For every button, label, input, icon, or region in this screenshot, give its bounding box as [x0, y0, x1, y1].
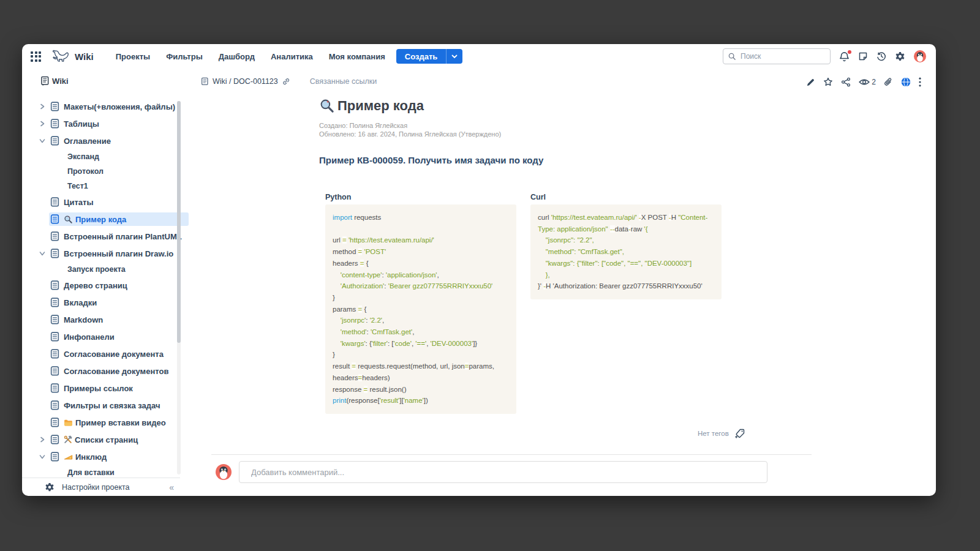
sidebar-item[interactable]: Макеты(+вложения, файлы)	[22, 98, 189, 115]
favorite-star-icon[interactable]	[823, 77, 833, 87]
chevron-down-icon[interactable]	[38, 138, 47, 144]
sidebar-item[interactable]: Тест1	[22, 179, 189, 193]
sidebar-item[interactable]: Примеры ссылок	[22, 380, 189, 397]
sidebar-item-label: Примеры ссылок	[64, 384, 133, 393]
comment-row	[216, 461, 767, 483]
sidebar-item[interactable]: Оглавление	[22, 132, 189, 149]
sidebar-item-label: Фильтры и связка задач	[64, 401, 160, 410]
attachment-icon[interactable]	[884, 78, 893, 87]
code-block-python[interactable]: import requests url = 'https://test.evat…	[325, 204, 516, 414]
sidebar-item-label: Оглавление	[64, 137, 111, 146]
sidebar-item[interactable]: Таблицы	[22, 115, 189, 132]
document-icon	[50, 418, 59, 427]
collapse-sidebar-button[interactable]: «	[169, 482, 174, 492]
page-meta: Создано: Полина Яглейская Обновлено: 16 …	[319, 121, 501, 138]
created-line: Создано: Полина Яглейская	[319, 121, 501, 130]
document-icon	[50, 197, 59, 207]
sidebar-item[interactable]: Протокол	[22, 164, 189, 179]
settings-icon[interactable]	[895, 51, 905, 62]
history-icon[interactable]	[876, 51, 886, 61]
page-actions: 2	[806, 77, 921, 87]
nav-item-4[interactable]: Моя компания	[329, 52, 385, 61]
link-icon[interactable]	[282, 77, 290, 86]
sidebar-item-label: Таблицы	[64, 119, 99, 129]
app-window: Wiki ПроектыФильтрыДашбордАналитикаМоя к…	[22, 44, 936, 496]
share-icon[interactable]	[841, 77, 851, 87]
sidebar-item-label: Встроенный плагин Draw.io	[64, 249, 173, 258]
sidebar-item[interactable]: Для вставки	[22, 465, 189, 478]
chevron-down-icon[interactable]	[38, 454, 47, 460]
notifications-icon[interactable]	[839, 51, 850, 62]
sidebar-item[interactable]: Пример вставки видео	[22, 414, 189, 431]
related-links-tab[interactable]: Связанные ссылки	[310, 77, 377, 86]
user-avatar[interactable]	[914, 50, 926, 62]
document-icon	[50, 214, 59, 224]
create-dropdown-button[interactable]	[446, 49, 462, 64]
sidebar-item-label: Пример кода	[75, 215, 126, 224]
project-settings-gear-icon[interactable]	[45, 482, 55, 492]
sidebar-item[interactable]: Запуск проекта	[22, 262, 189, 277]
page-tree: Макеты(+вложения, файлы)ТаблицыОглавлени…	[22, 98, 189, 478]
chevron-down-icon[interactable]	[38, 250, 47, 257]
public-globe-icon[interactable]	[901, 77, 911, 87]
scrollbar-thumb[interactable]	[177, 101, 181, 343]
edit-icon[interactable]	[806, 78, 815, 87]
code-label-curl: Curl	[530, 193, 546, 201]
chevron-right-icon[interactable]	[38, 437, 47, 443]
updated-line: Обновлено: 16 авг. 2024, Полина Яглейска…	[319, 130, 501, 138]
project-settings-label[interactable]: Настройки проекта	[62, 483, 130, 492]
sidebar-item[interactable]: Инфопанели	[22, 328, 189, 345]
nav-item-0[interactable]: Проекты	[116, 52, 150, 61]
sidebar-header-label: Wiki	[52, 77, 69, 86]
sidebar-item-label: Списки страниц	[75, 435, 138, 444]
sidebar-item[interactable]: Встроенный плагин Draw.io	[22, 245, 189, 262]
sidebar-header[interactable]: Wiki	[22, 69, 189, 88]
comment-input[interactable]	[239, 461, 767, 483]
nav-item-2[interactable]: Дашборд	[219, 52, 255, 61]
sidebar-item-label: Тест1	[67, 182, 88, 190]
main-content: Wiki / DOC-001123 Связанные ссылки	[189, 69, 936, 496]
sidebar-item[interactable]: Вкладки	[22, 294, 189, 311]
sidebar-item[interactable]: Пример кода	[22, 211, 189, 228]
add-tag-icon[interactable]	[734, 429, 745, 438]
create-button[interactable]: Создать	[396, 49, 462, 64]
document-icon	[50, 400, 59, 410]
wedge-icon	[64, 453, 73, 460]
sidebar-item[interactable]: Цитаты	[22, 193, 189, 211]
sidebar-item[interactable]: Согласование документа	[22, 345, 189, 362]
code-block-curl[interactable]: curl 'https://test.evateam.ru/api/' -X P…	[530, 204, 722, 299]
apps-grid-icon[interactable]	[31, 51, 41, 62]
sidebar-item[interactable]: Списки страниц	[22, 431, 189, 448]
chevron-right-icon[interactable]	[38, 103, 47, 110]
dino-logo[interactable]	[52, 49, 70, 64]
document-icon	[50, 119, 59, 129]
sidebar-item[interactable]: Markdown	[22, 311, 189, 328]
breadcrumb-text: Wiki / DOC-001123	[213, 77, 278, 86]
tags-row: Нет тегов	[698, 429, 745, 438]
search-input[interactable]	[739, 51, 809, 61]
sidebar-item[interactable]: Встроенный плагин PlantUML	[22, 228, 189, 245]
sidebar-item[interactable]: Инклюд	[22, 448, 189, 465]
chevron-right-icon[interactable]	[38, 121, 47, 127]
sidebar-item[interactable]: Дерево страниц	[22, 277, 189, 294]
sidebar-item[interactable]: Фильтры и связка задач	[22, 397, 189, 414]
document-icon	[50, 280, 59, 290]
page-title-text: Пример кода	[337, 98, 424, 114]
sidebar-item[interactable]: Экспанд	[22, 149, 189, 164]
sidebar-item-label: Согласование документов	[64, 367, 168, 376]
document-icon	[50, 249, 59, 258]
search-box[interactable]	[723, 48, 831, 64]
nav-item-3[interactable]: Аналитика	[271, 52, 313, 61]
document-icon	[50, 366, 59, 376]
note-icon[interactable]	[858, 51, 868, 61]
sidebar-scrollbar[interactable]	[177, 101, 181, 474]
sidebar-item-label: Запуск проекта	[67, 265, 126, 274]
page-title: Пример кода	[319, 98, 424, 114]
code-label-python: Python	[325, 193, 351, 201]
nav-item-1[interactable]: Фильтры	[166, 52, 203, 61]
sidebar-item[interactable]: Согласование документов	[22, 362, 189, 380]
document-icon	[50, 136, 59, 146]
views-counter[interactable]: 2	[859, 78, 876, 86]
breadcrumb[interactable]: Wiki / DOC-001123 Связанные ссылки	[201, 77, 377, 86]
more-menu-icon[interactable]	[919, 77, 921, 87]
